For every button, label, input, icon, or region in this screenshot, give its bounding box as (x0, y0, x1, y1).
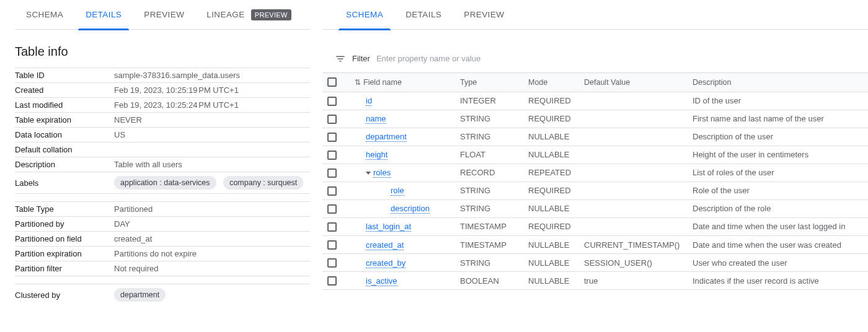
row-checkbox[interactable] (327, 151, 337, 160)
field-type: STRING (455, 128, 523, 146)
col-type[interactable]: Type (455, 73, 523, 92)
tab-details-r[interactable]: DETAILS (394, 0, 453, 30)
label-table-id: Table ID (15, 71, 114, 80)
field-type: INTEGER (455, 92, 523, 110)
col-field-label: Field name (363, 78, 402, 87)
row-checkbox[interactable] (327, 204, 337, 214)
field-mode: REQUIRED (523, 181, 579, 199)
col-field[interactable]: ⇅Field name (350, 73, 455, 92)
row-checkbox[interactable] (327, 276, 337, 286)
field-default: CURRENT_TIMESTAMP() (579, 236, 688, 254)
field-desc: Description of the user (688, 128, 868, 146)
tab-preview[interactable]: PREVIEW (133, 0, 195, 30)
field-link[interactable]: roles (373, 168, 391, 178)
table-row: heightFLOATNULLABLEHeight of the user in… (322, 146, 868, 164)
table-header: ⇅Field name Type Mode Default Value Desc… (322, 73, 868, 92)
table-row: departmentSTRINGNULLABLEDescription of t… (322, 128, 868, 146)
value-partitioned-by: DAY (114, 219, 310, 229)
section-title: Table info (15, 45, 310, 59)
row-checkbox[interactable] (327, 258, 337, 268)
field-type: STRING (455, 110, 523, 128)
table-row: nameSTRINGREQUIREDFirst name and last na… (322, 110, 868, 128)
row-checkbox[interactable] (327, 133, 337, 142)
field-type: STRING (455, 199, 523, 217)
value-location: US (114, 130, 310, 139)
value-labels: application : data-services company : su… (114, 176, 310, 190)
chip-key: application (120, 178, 157, 187)
row-labels: Labels application : data-services compa… (15, 172, 310, 194)
chevron-down-icon[interactable] (366, 172, 371, 175)
preview-badge: PREVIEW (251, 9, 291, 20)
row-part-expiration: Partition expiration Partitions do not e… (15, 247, 310, 261)
label-collation: Default collation (15, 145, 114, 154)
select-all-checkbox[interactable] (327, 77, 337, 87)
field-link[interactable]: created_by (366, 258, 405, 268)
chip-val: data-services (164, 178, 210, 187)
col-mode[interactable]: Mode (523, 73, 579, 92)
field-link[interactable]: created_at (366, 240, 404, 250)
field-mode: NULLABLE (523, 128, 579, 146)
filter-input[interactable] (376, 54, 856, 63)
field-default (579, 128, 688, 146)
field-link[interactable]: department (366, 132, 407, 142)
field-link[interactable]: height (366, 150, 388, 160)
label-chip-company: company : surquest (223, 176, 303, 190)
field-type: BOOLEAN (455, 272, 523, 290)
label-partitioned-on: Partitioned on field (15, 234, 114, 243)
tab-lineage[interactable]: LINEAGE PREVIEW (195, 0, 302, 30)
field-mode: REQUIRED (523, 110, 579, 128)
row-collation: Default collation (15, 142, 310, 157)
label-chip-application: application : data-services (114, 176, 216, 190)
field-desc: Height of the user in centimeters (688, 146, 868, 164)
table-row: descriptionSTRINGNULLABLEDescription of … (322, 199, 868, 217)
field-type: STRING (455, 181, 523, 199)
field-desc: List of roles of the user (688, 164, 868, 181)
field-desc: Date and time when the user last logged … (688, 217, 868, 235)
row-checkbox[interactable] (327, 222, 337, 232)
tab-preview-r[interactable]: PREVIEW (453, 0, 515, 30)
field-default: SESSION_USER() (579, 254, 688, 272)
field-default (579, 92, 688, 110)
value-partitioned-on: created_at (114, 234, 310, 243)
field-link[interactable]: last_login_at (366, 222, 411, 232)
field-link[interactable]: is_active (366, 276, 397, 286)
field-default (579, 146, 688, 164)
value-table-type: Partitioned (114, 204, 310, 214)
row-partitioned-on: Partitioned on field created_at (15, 232, 310, 247)
field-link[interactable]: role (391, 186, 404, 196)
field-link[interactable]: name (366, 114, 386, 124)
value-modified: Feb 19, 2023, 10:25:24 PM UTC+1 (114, 100, 310, 110)
row-created: Created Feb 19, 2023, 10:25:19 PM UTC+1 (15, 83, 310, 98)
tab-schema-r[interactable]: SCHEMA (335, 0, 394, 30)
value-expiration: NEVER (114, 115, 310, 124)
tab-details[interactable]: DETAILS (74, 0, 133, 30)
field-mode: NULLABLE (523, 146, 579, 164)
value-part-expiration: Partitions do not expire (114, 249, 310, 258)
tab-schema[interactable]: SCHEMA (15, 0, 74, 30)
right-tabs: SCHEMA DETAILS PREVIEW (322, 0, 868, 30)
field-mode: NULLABLE (523, 236, 579, 254)
field-link[interactable]: id (366, 96, 372, 106)
field-link[interactable]: description (391, 204, 430, 214)
row-checkbox[interactable] (327, 186, 337, 196)
col-desc[interactable]: Description (688, 73, 868, 92)
cluster-chip: department (114, 288, 166, 302)
schema-table: ⇅Field name Type Mode Default Value Desc… (322, 73, 868, 290)
row-checkbox[interactable] (327, 168, 337, 178)
field-desc: User who created the user (688, 254, 868, 272)
col-default[interactable]: Default Value (579, 73, 688, 92)
row-checkbox[interactable] (327, 240, 337, 250)
row-description: Description Table with all users (15, 157, 310, 172)
label-partitioned-by: Partitioned by (15, 219, 114, 229)
field-type: TIMESTAMP (455, 236, 523, 254)
chip-val: surquest (267, 178, 297, 187)
field-mode: REQUIRED (523, 92, 579, 110)
table-row: is_activeBOOLEANNULLABLEtrueIndicates if… (322, 272, 868, 290)
filter-label: Filter (352, 54, 370, 63)
field-mode: REQUIRED (523, 217, 579, 235)
row-part-filter: Partition filter Not required (15, 261, 310, 276)
row-checkbox[interactable] (327, 115, 337, 124)
row-checkbox[interactable] (327, 97, 337, 106)
label-clustered-by: Clustered by (15, 290, 114, 300)
row-expiration: Table expiration NEVER (15, 113, 310, 128)
